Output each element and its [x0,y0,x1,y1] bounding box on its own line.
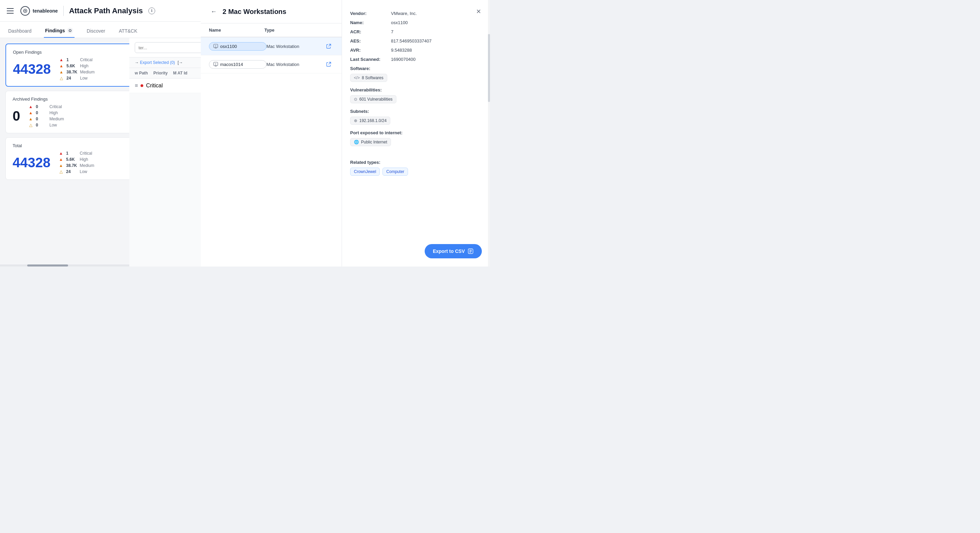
archived-high: ▲ 0 High [28,111,64,115]
export-csv-button[interactable]: Export to CSV [425,244,482,259]
software-value: 8 Softwares [362,75,383,80]
archived-low: △ 0 Low [28,123,64,127]
arch-high-icon: ▲ [28,111,33,115]
critical-dot [140,84,143,87]
aes-label: AES: [350,38,391,43]
external-link-macos1014[interactable] [324,59,334,69]
total-low: △ 24 Low [59,169,94,174]
col-type-header: Type [264,27,320,33]
export-btn[interactable]: [→ [178,60,183,65]
total-medium: ▲ 38.7K Medium [59,163,94,168]
header-divider [63,6,64,16]
low-icon: △ [59,76,64,81]
svg-line-8 [329,44,331,46]
row-icon: ≡ [135,82,138,89]
vulnerabilities-label: Vulnerabilities: [350,87,482,92]
svg-point-7 [215,45,216,46]
total-critical-icon: ▲ [59,151,63,156]
arch-low-icon: △ [28,123,33,127]
severity-medium: ▲ 38.7K Medium [59,70,95,75]
tab-attck[interactable]: ATT&CK [118,25,138,38]
node-chip-icon [213,44,218,49]
node-chip-macos1014: macos1014 [209,60,266,69]
close-button[interactable]: ✕ [474,7,483,16]
port-label: Port exposed to internet: [350,130,482,135]
hamburger-menu[interactable] [7,7,15,15]
total-high-icon: ▲ [59,157,63,162]
col-action-header [320,27,334,33]
row-type-label: Critical [146,82,163,89]
open-severity-list: ▲ 1 Critical ▲ 5.6K High ▲ 38.7K Medium [59,57,95,81]
modal-header: ← 2 Mac Workstations [201,0,342,24]
modal-left: ← 2 Mac Workstations Name Type [201,0,342,266]
avr-value: 9.5483288 [391,48,412,53]
port-value: Public Internet [361,140,387,144]
subnets-label: Subnets: [350,109,482,114]
nav-tabs: Dashboard Findings Discover ATT&CK [0,22,201,38]
row-type-macos1014: Mac Workstation [266,62,324,67]
logo-icon [21,6,30,16]
back-button[interactable]: ← [209,7,218,16]
modal-right: ✕ Vendor: VMware, Inc. Name: osx1100 ACR… [342,0,490,266]
tab-findings[interactable]: Findings [44,24,75,38]
scrollbar-thumb [27,265,68,266]
node-name-macos1014: macos1014 [220,62,243,67]
severity-critical: ▲ 1 Critical [59,57,95,62]
findings-badge [67,27,73,34]
related-types-section: Related types: CrownJewel Computer [350,160,482,176]
software-section: Software: </> 8 Softwares [350,66,482,82]
related-type-crownjewel[interactable]: CrownJewel [350,168,380,176]
node-chip-icon-2 [213,62,218,67]
aes-value: 817.5469503337407 [391,38,431,43]
info-icon[interactable]: ℹ [148,8,155,14]
vendor-value: VMware, Inc. [391,11,417,16]
archived-medium: ▲ 0 Medium [28,117,64,121]
total-critical: ▲ 1 Critical [59,151,94,156]
tab-dashboard[interactable]: Dashboard [7,25,33,38]
svg-rect-5 [215,48,217,48]
name-value: osx1100 [391,20,408,25]
modal-table: Name Type osx1100 [201,24,342,266]
avr-label: AVR: [350,48,391,53]
modal-scrollbar[interactable] [488,0,490,266]
related-type-computer[interactable]: Computer [382,168,408,176]
port-chip[interactable]: 🌐 Public Internet [350,138,391,146]
software-label: Software: [350,66,482,71]
archived-severity-list: ▲ 0 Critical ▲ 0 High ▲ 0 Medium [28,104,64,127]
svg-point-1 [24,10,26,11]
archived-findings-value: 0 [13,108,20,124]
export-selected-btn[interactable]: → Export Selected (0) [135,60,175,65]
total-severity-list: ▲ 1 Critical ▲ 5.6K High ▲ 38.7K Medium [59,151,94,174]
table-row[interactable]: macos1014 Mac Workstation [201,56,342,73]
avr-row: AVR: 9.5483288 [350,48,482,53]
last-scanned-value: 1690070400 [391,57,415,62]
col-name-header: Name [209,27,264,33]
arch-medium-icon: ▲ [28,117,33,121]
acr-value: 7 [391,29,393,34]
table-row[interactable]: osx1100 Mac Workstation [201,37,342,56]
external-link-osx1100[interactable] [324,41,334,51]
software-chip[interactable]: </> 8 Softwares [350,74,387,82]
export-csv-icon [468,248,474,254]
severity-low: △ 24 Low [59,76,95,81]
svg-line-13 [329,62,331,64]
subnet-icon: ⊕ [354,118,357,123]
vulnerabilities-chip[interactable]: ⊙ 601 Vulnerabilities [350,95,396,103]
subnets-chip[interactable]: ⊕ 192.168.1.0/24 [350,117,390,125]
vulnerabilities-section: Vulnerabilities: ⊙ 601 Vulnerabilities [350,87,482,103]
scrollbar-thumb [488,34,490,102]
name-label: Name: [350,20,391,25]
severity-high: ▲ 5.6K High [59,63,95,68]
top-header: tenableone Attack Path Analysis ℹ [0,0,201,22]
row-type-osx1100: Mac Workstation [266,44,324,49]
modal-panel: ← 2 Mac Workstations Name Type [201,0,490,266]
open-findings-value: 44328 [13,62,51,77]
critical-icon: ▲ [59,57,64,62]
table-header: Name Type [201,24,342,37]
tab-discover[interactable]: Discover [86,25,107,38]
node-chip-osx1100: osx1100 [209,42,266,51]
search-input[interactable] [135,42,209,53]
vulnerabilities-value: 601 Vulnerabilities [360,97,393,102]
page-title: Attack Path Analysis [69,6,143,15]
node-name-osx1100: osx1100 [220,44,237,49]
